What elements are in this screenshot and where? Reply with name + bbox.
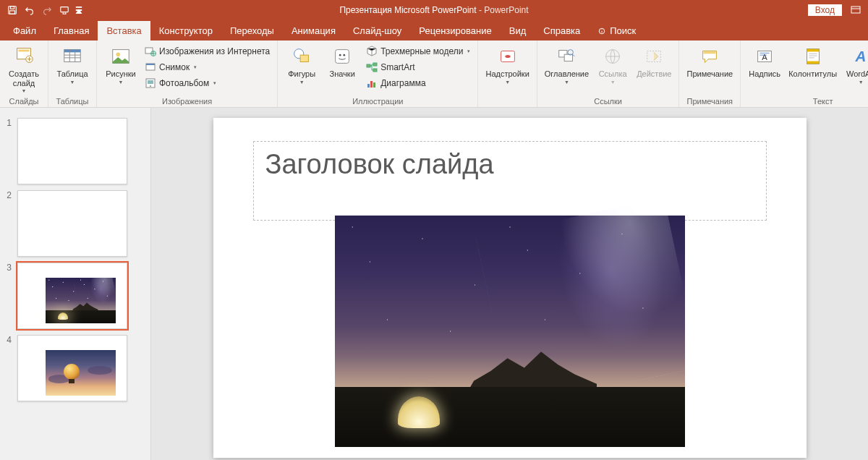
tab-view[interactable]: Вид — [501, 21, 535, 41]
chevron-down-icon: ▼ — [610, 80, 616, 85]
header-footer-button[interactable]: Колонтитулы — [786, 43, 840, 79]
start-slideshow-icon[interactable] — [56, 2, 72, 18]
ribbon: Создать слайд ▼ Слайды Таблица ▼ Таблицы… — [0, 41, 868, 108]
tab-tellme[interactable]: Поиск — [589, 21, 644, 41]
chevron-down-icon: ▼ — [22, 88, 27, 93]
thumbnail-preview — [17, 118, 127, 184]
inserted-picture[interactable] — [335, 216, 685, 447]
group-slides: Создать слайд ▼ Слайды — [0, 41, 48, 107]
online-pictures-button[interactable]: Изображения из Интернета — [142, 43, 273, 59]
svg-rect-7 — [19, 50, 30, 52]
qat-customize-icon[interactable] — [74, 2, 84, 18]
zoom-toc-button[interactable]: Оглавление ▼ — [542, 43, 592, 85]
chart-button[interactable]: Диаграмма — [363, 75, 473, 91]
svg-point-23 — [339, 54, 341, 56]
wordart-button[interactable]: A WordArt ▼ — [841, 43, 868, 85]
slide-canvas-area[interactable]: Заголовок слайда — [151, 108, 868, 460]
tab-review[interactable]: Рецензирование — [410, 21, 500, 41]
addins-icon — [496, 45, 519, 68]
chevron-down-icon: ▼ — [505, 80, 510, 85]
table-button[interactable]: Таблица ▼ — [53, 43, 92, 85]
3d-models-button[interactable]: Трехмерные модели ▾ — [363, 43, 473, 59]
slide-thumbnail-panel: 1 2 3 4 — [0, 108, 151, 460]
svg-rect-13 — [145, 48, 153, 54]
chevron-down-icon: ▾ — [194, 64, 197, 70]
group-links: Оглавление ▼ Ссылка ▼ Действие Ссылки — [537, 41, 680, 107]
svg-rect-18 — [148, 80, 153, 84]
tab-file[interactable]: Файл — [4, 21, 45, 41]
app-name: PowerPoint — [484, 5, 528, 15]
thumbnail-2[interactable]: 2 — [0, 187, 150, 260]
screenshot-icon — [145, 61, 156, 73]
tab-help[interactable]: Справка — [535, 21, 589, 41]
addins-button[interactable]: Надстройки ▼ — [482, 43, 532, 85]
svg-point-19 — [150, 85, 151, 87]
action-icon — [642, 45, 665, 68]
cube-icon — [366, 46, 378, 57]
svg-point-12 — [116, 52, 120, 56]
chevron-down-icon: ▾ — [213, 80, 216, 86]
svg-rect-26 — [373, 63, 377, 66]
slide[interactable]: Заголовок слайда — [213, 118, 807, 458]
quick-access-toolbar — [0, 2, 84, 18]
tab-design[interactable]: Конструктор — [150, 21, 221, 41]
title-bar: Презентация Microsoft PowerPoint - Power… — [0, 0, 868, 20]
svg-point-24 — [344, 54, 346, 56]
svg-rect-10 — [64, 50, 81, 53]
thumbnail-preview — [17, 335, 127, 401]
group-comments: Примечание Примечания — [679, 41, 741, 107]
shapes-button[interactable]: Фигуры ▼ — [282, 43, 321, 85]
chevron-down-icon: ▼ — [119, 80, 124, 85]
pictures-button[interactable]: Рисунки ▼ — [101, 43, 140, 85]
screenshot-button[interactable]: Снимок ▾ — [142, 59, 273, 75]
sign-in-button[interactable]: Вход — [808, 4, 842, 16]
comment-icon — [698, 45, 721, 68]
group-tables: Таблица ▼ Таблицы — [48, 41, 97, 107]
thumbnail-4[interactable]: 4 — [0, 332, 150, 404]
svg-rect-21 — [300, 55, 308, 61]
title-placeholder[interactable]: Заголовок слайда — [253, 141, 767, 221]
tab-insert[interactable]: Вставка — [98, 21, 150, 41]
link-icon — [601, 45, 624, 68]
svg-rect-28 — [367, 84, 370, 88]
svg-rect-41 — [807, 49, 819, 52]
thumbnail-1[interactable]: 1 — [0, 115, 150, 187]
thumbnail-preview — [17, 263, 127, 329]
smartart-icon — [366, 61, 378, 73]
comment-button[interactable]: Примечание — [684, 43, 736, 79]
svg-rect-22 — [336, 50, 349, 64]
new-slide-button[interactable]: Создать слайд ▼ — [4, 43, 43, 93]
group-images: Рисунки ▼ Изображения из Интернета Снимо… — [97, 41, 278, 107]
smartart-button[interactable]: SmartArt — [363, 59, 473, 75]
ribbon-display-icon[interactable] — [848, 2, 864, 18]
chevron-down-icon: ▼ — [70, 80, 75, 85]
group-addins: Надстройки ▼ — [478, 41, 537, 107]
title-placeholder-text: Заголовок слайда — [265, 149, 754, 180]
thumbnail-3[interactable]: 3 — [0, 260, 150, 332]
photo-album-icon — [145, 77, 156, 89]
wordart-icon: A — [849, 45, 868, 68]
photo-album-button[interactable]: Фотоальбом ▾ — [142, 75, 273, 91]
save-icon[interactable] — [4, 2, 20, 18]
tab-slideshow[interactable]: Слайд-шоу — [344, 21, 410, 41]
svg-rect-37 — [704, 51, 716, 54]
tab-transitions[interactable]: Переходы — [221, 21, 283, 41]
chart-icon — [366, 77, 378, 89]
svg-rect-30 — [373, 82, 375, 88]
icons-button[interactable]: Значки — [323, 43, 362, 79]
chevron-down-icon: ▼ — [299, 80, 305, 85]
svg-rect-42 — [807, 61, 819, 64]
tab-home[interactable]: Главная — [45, 21, 98, 41]
svg-rect-16 — [146, 64, 155, 65]
svg-rect-3 — [61, 7, 69, 12]
svg-rect-4 — [851, 7, 860, 13]
redo-icon[interactable] — [39, 2, 55, 18]
icons-icon — [331, 45, 354, 68]
textbox-button[interactable]: A Надпись — [745, 43, 784, 79]
document-name: Презентация Microsoft PowerPoint — [339, 5, 476, 15]
group-text: A Надпись Колонтитулы A WordArt ▼ # Текс… — [741, 41, 868, 107]
table-icon — [61, 45, 84, 68]
tab-animations[interactable]: Анимация — [283, 21, 344, 41]
textbox-icon: A — [753, 45, 776, 68]
undo-icon[interactable] — [22, 2, 38, 18]
